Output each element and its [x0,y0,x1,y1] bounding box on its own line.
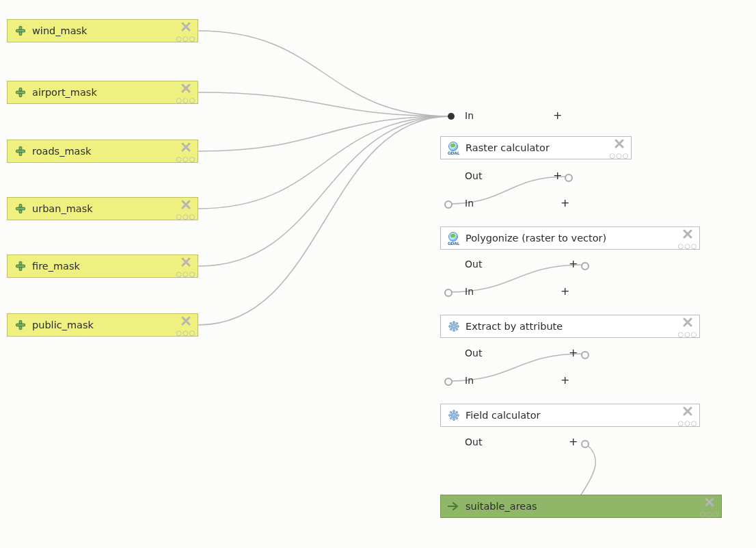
algorithm-fieldcalc[interactable]: Field calculator○○○ [440,404,700,427]
layer-icon [14,25,27,37]
more-icon[interactable]: ○○○ [176,330,195,336]
layer-icon [14,145,27,157]
out-socket[interactable] [581,351,589,359]
svg-point-26 [450,417,452,419]
input-layer-public[interactable]: public_mask○○○ [7,313,198,337]
add-out-port[interactable]: + [569,257,578,270]
svg-point-29 [453,410,455,413]
svg-point-17 [449,326,451,328]
more-icon[interactable]: ○○○ [176,36,195,42]
layer-icon [14,86,27,99]
more-icon[interactable]: ○○○ [176,157,195,162]
gdal-icon: GDAL [448,142,460,154]
layer-label: urban_mask [32,203,93,214]
close-icon[interactable] [682,406,693,417]
in-port-label: In [465,110,474,121]
close-icon[interactable] [180,315,191,326]
layer-icon [14,260,27,272]
close-icon[interactable] [704,497,715,508]
input-layer-public-controls: ○○○ [178,315,193,336]
svg-rect-5 [16,150,25,153]
model-output-suitable[interactable]: suitable_areas○○○ [440,495,722,518]
out-socket[interactable] [565,174,573,182]
out-socket[interactable] [581,440,589,448]
more-icon[interactable]: ○○○ [609,153,629,159]
add-out-port[interactable]: + [569,435,578,448]
svg-rect-9 [16,265,25,268]
algorithm-rastercalc[interactable]: GDALRaster calculator○○○ [440,136,632,159]
svg-point-14 [456,328,458,330]
add-in-port[interactable]: + [561,285,569,298]
input-layer-wind-controls: ○○○ [178,21,193,42]
input-layer-urban[interactable]: urban_mask○○○ [7,197,198,220]
algorithm-fieldcalc-controls: ○○○ [680,406,695,426]
svg-point-31 [453,415,455,417]
algorithm-label: Extract by attribute [465,321,563,332]
more-icon[interactable]: ○○○ [699,512,719,517]
algorithm-label: Field calculator [465,410,541,421]
svg-point-16 [450,328,452,330]
in-socket[interactable] [444,200,453,209]
svg-rect-1 [16,29,25,32]
out-socket[interactable] [581,262,589,270]
algorithm-polygonize-controls: ○○○ [680,229,695,249]
input-layer-wind[interactable]: wind_mask○○○ [7,19,198,42]
svg-point-13 [457,326,459,328]
close-icon[interactable] [614,138,625,149]
close-icon[interactable] [682,317,693,328]
gear-icon [448,320,460,332]
in-socket[interactable] [444,289,453,297]
more-icon[interactable]: ○○○ [176,98,195,103]
add-in-port[interactable]: + [561,196,569,209]
svg-point-15 [453,330,455,332]
input-layer-airport-controls: ○○○ [178,83,193,103]
add-out-port[interactable]: + [553,169,562,182]
layer-label: public_mask [32,319,94,330]
input-layer-roads[interactable]: roads_mask○○○ [7,140,198,163]
in-socket[interactable] [448,113,455,120]
algorithm-polygonize[interactable]: GDALPolygonize (raster to vector)○○○ [440,226,700,250]
model-canvas[interactable]: wind_mask○○○airport_mask○○○roads_mask○○○… [0,0,756,548]
close-icon[interactable] [180,83,191,94]
out-port-label: Out [465,348,482,358]
out-port-label: Out [465,170,482,181]
gdal-icon: GDAL [448,232,460,244]
add-in-port[interactable]: + [553,109,562,122]
more-icon[interactable]: ○○○ [677,421,697,426]
close-icon[interactable] [180,21,191,32]
out-port-label: Out [465,436,482,447]
arrow-right-icon [448,500,460,512]
more-icon[interactable]: ○○○ [176,214,195,220]
add-out-port[interactable]: + [569,346,578,359]
algorithm-rastercalc-controls: ○○○ [612,138,627,159]
svg-point-19 [453,322,455,324]
svg-point-21 [453,326,455,328]
model-output-suitable-controls: ○○○ [702,497,717,517]
input-layer-fire[interactable]: fire_mask○○○ [7,255,198,278]
layer-label: fire_mask [32,261,80,272]
in-socket[interactable] [444,378,453,386]
svg-point-23 [457,415,459,417]
algorithm-extract[interactable]: Extract by attribute○○○ [440,315,700,338]
close-icon[interactable] [180,199,191,210]
more-icon[interactable]: ○○○ [677,244,697,249]
svg-rect-7 [16,207,25,210]
layer-label: airport_mask [32,87,97,98]
svg-point-18 [450,322,452,324]
svg-point-20 [456,322,458,324]
input-layer-fire-controls: ○○○ [178,257,193,277]
in-port-label: In [465,375,474,386]
in-port-label: In [465,198,474,209]
algorithm-label: Raster calculator [465,142,550,153]
more-icon[interactable]: ○○○ [176,272,195,277]
output-label: suitable_areas [465,501,537,512]
more-icon[interactable]: ○○○ [677,332,697,337]
svg-point-30 [456,411,458,413]
add-in-port[interactable]: + [561,374,569,387]
close-icon[interactable] [682,229,693,239]
close-icon[interactable] [180,142,191,153]
close-icon[interactable] [180,257,191,268]
layer-label: roads_mask [32,146,91,157]
input-layer-airport[interactable]: airport_mask○○○ [7,81,198,104]
algorithm-label: Polygonize (raster to vector) [465,233,606,244]
